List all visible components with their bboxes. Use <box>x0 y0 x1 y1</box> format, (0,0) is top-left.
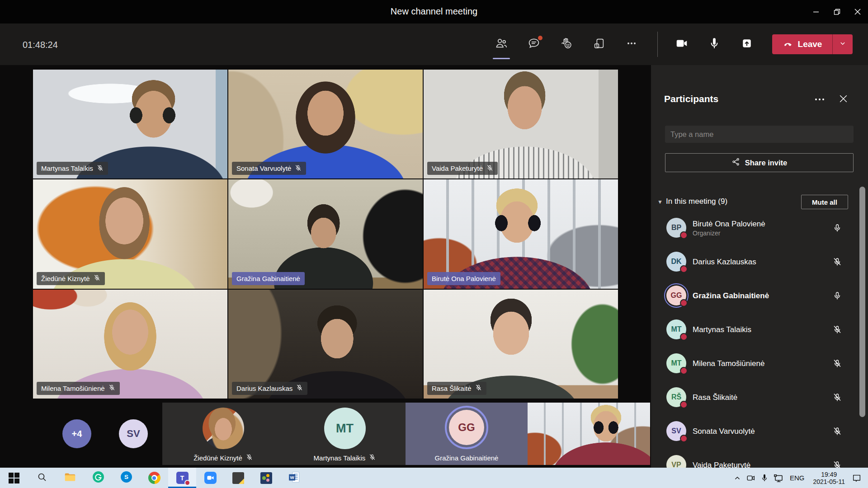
taskbar-app-search[interactable] <box>28 468 56 488</box>
participant-name: Martynas Talaikis <box>314 454 366 462</box>
meeting-timer: 01:48:24 <box>23 40 58 50</box>
breakout-rooms-icon <box>593 37 605 52</box>
taskbar-app-file-explorer[interactable] <box>56 468 84 488</box>
video-tile[interactable]: Žiedūnė Kiznytė <box>33 179 227 288</box>
mic-button[interactable] <box>703 33 725 55</box>
participant-row[interactable]: GG Gražina Gabinaitienė <box>651 279 868 313</box>
mic-off-icon <box>246 454 253 462</box>
taskbar-apps: ST W <box>0 468 308 488</box>
taskbar-app-sticky-notes[interactable] <box>224 468 252 488</box>
participant-row[interactable]: MT Martynas Talaikis <box>651 313 868 347</box>
taskbar-app-photos[interactable] <box>252 468 280 488</box>
participant-mic-button[interactable] <box>833 291 842 302</box>
mic-on-icon <box>833 294 842 301</box>
mic-icon <box>708 37 721 52</box>
tray-mic-icon[interactable] <box>760 474 769 483</box>
chrome-icon <box>148 472 160 484</box>
participant-mic-muted-button[interactable] <box>833 427 842 437</box>
close-button[interactable] <box>847 0 868 23</box>
chat-button[interactable] <box>523 33 545 55</box>
participant-avatar: MT <box>324 408 366 449</box>
participant-photo-avatar <box>203 408 244 449</box>
participant-mic-muted-button[interactable] <box>833 257 842 268</box>
participant-mic-muted-button[interactable] <box>833 393 842 404</box>
filmstrip-tile[interactable]: Žiedūnė Kiznytė <box>162 403 284 465</box>
participant-mic-button[interactable] <box>833 223 842 234</box>
leave-button[interactable]: Leave <box>772 34 832 54</box>
search-input[interactable] <box>665 126 854 143</box>
video-tile[interactable]: Martynas Talaikis <box>33 70 227 178</box>
overflow-participants-badge[interactable]: +4 <box>62 419 91 448</box>
taskbar-app-chrome[interactable] <box>140 468 168 488</box>
mic-off-icon <box>108 384 115 392</box>
filmstrip: +4SV Žiedūnė Kiznytė MT Martynas Talaiki… <box>0 403 651 465</box>
tray-network-icon[interactable] <box>773 473 784 483</box>
taskbar-app-zoom[interactable] <box>196 468 224 488</box>
filmstrip-tile[interactable]: GG Gražina Gabinaitienė <box>406 403 528 465</box>
share-invite-button[interactable]: Share invite <box>665 153 854 172</box>
restore-button[interactable] <box>826 0 847 23</box>
participant-avatar: GG <box>449 410 484 445</box>
video-tile[interactable]: Sonata Varvuolytė <box>228 70 423 178</box>
participant-name: Birutė Ona Palovienė <box>693 220 765 229</box>
minimize-button[interactable] <box>806 0 826 23</box>
share-invite-icon <box>731 157 741 168</box>
more-actions-button[interactable] <box>621 33 642 55</box>
zoom-app-icon <box>204 472 217 484</box>
participant-row[interactable]: VP Vaida Paketurytė <box>651 448 868 468</box>
reactions-button[interactable] <box>556 33 577 55</box>
video-tile[interactable]: Rasa Šlikaitė <box>424 290 618 399</box>
participant-mic-muted-button[interactable] <box>833 325 842 336</box>
meeting-stage: Martynas Talaikis Sonata Varvuolytė Vaid… <box>0 65 651 468</box>
self-view-video[interactable] <box>528 403 650 465</box>
meeting-toolbar: 01:48:24 <box>0 23 868 65</box>
panel-scrollbar[interactable] <box>859 187 865 417</box>
share-button[interactable] <box>736 33 758 55</box>
tray-expand-button[interactable] <box>733 474 742 483</box>
language-indicator[interactable]: ENG <box>788 474 807 482</box>
video-tile[interactable]: Birutė Ona Palovienė <box>424 179 618 288</box>
participant-avatar: MT <box>666 319 686 339</box>
taskbar-app-teams[interactable]: T <box>168 468 196 488</box>
sticky-notes-icon <box>232 472 244 484</box>
participant-name: Milena Tamošiūnienė <box>41 385 105 392</box>
start-button[interactable] <box>0 468 28 488</box>
video-tile[interactable]: Vaida Paketurytė <box>424 70 618 178</box>
taskbar-app-grammarly[interactable] <box>84 468 112 488</box>
panel-more-button[interactable] <box>812 93 827 106</box>
taskbar-app-skype[interactable]: S <box>112 468 140 488</box>
camera-button[interactable] <box>671 33 693 55</box>
tray-time: 19:49 <box>813 471 845 478</box>
participant-row[interactable]: MT Milena Tamošiūnienė <box>651 347 868 380</box>
participant-row[interactable]: DK Darius Kazlauskas <box>651 245 868 279</box>
taskbar-app-word[interactable]: W <box>280 468 308 488</box>
participants-toggle-button[interactable] <box>491 33 512 55</box>
breakout-rooms-button[interactable] <box>588 33 610 55</box>
participant-row[interactable]: RŠ Rasa Šlikaitė <box>651 380 868 414</box>
participant-name: Rasa Šlikaitė <box>432 385 472 392</box>
participant-avatar[interactable]: SV <box>119 419 148 448</box>
participant-row[interactable]: SV Sonata Varvuolytė <box>651 414 868 448</box>
panel-close-button[interactable] <box>835 93 851 106</box>
participant-name: Vaida Paketurytė <box>693 461 750 468</box>
participant-mic-muted-button[interactable] <box>833 359 842 370</box>
mute-all-button[interactable]: Mute all <box>801 195 848 209</box>
video-tile[interactable]: Gražina Gabinaitienė <box>228 179 423 288</box>
clock[interactable]: 19:49 2021-05-11 <box>810 471 848 485</box>
participant-mic-muted-button[interactable] <box>833 460 842 468</box>
teams-icon: T <box>176 472 189 484</box>
participant-row[interactable]: BP Birutė Ona Palovienė Organizer <box>651 211 868 245</box>
ellipsis-icon <box>625 37 638 52</box>
svg-text:W: W <box>290 475 295 480</box>
video-tile[interactable]: Milena Tamošiūnienė <box>33 290 227 399</box>
leave-options-button[interactable] <box>833 34 853 54</box>
video-tile[interactable]: Darius Kazlauskas <box>228 290 423 399</box>
action-center-button[interactable] <box>852 473 862 483</box>
tray-date: 2021-05-11 <box>813 478 845 485</box>
notification-dot <box>538 36 542 40</box>
section-caret-icon[interactable]: ▼ <box>657 199 663 205</box>
participant-name: Martynas Talaikis <box>693 325 751 334</box>
filmstrip-tile[interactable]: MT Martynas Talaikis <box>284 403 406 465</box>
mic-off-icon <box>475 384 482 392</box>
tray-camera-icon[interactable] <box>746 473 756 483</box>
